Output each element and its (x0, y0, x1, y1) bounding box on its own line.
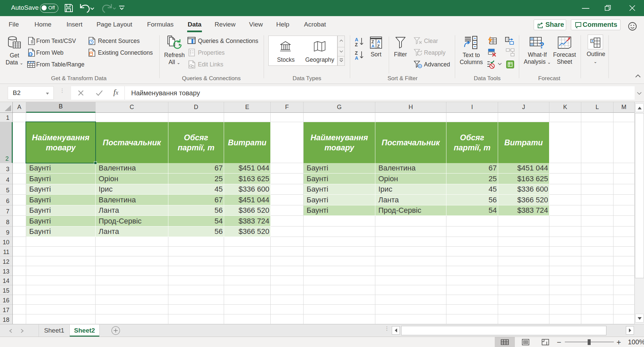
svg-text:Z: Z (355, 42, 358, 47)
svg-text:?: ? (539, 40, 544, 50)
svg-text:Z: Z (377, 44, 380, 49)
svg-text:A: A (355, 37, 358, 42)
svg-text:A: A (371, 44, 375, 49)
svg-text:A: A (355, 55, 358, 60)
svg-text:Z: Z (355, 50, 358, 56)
